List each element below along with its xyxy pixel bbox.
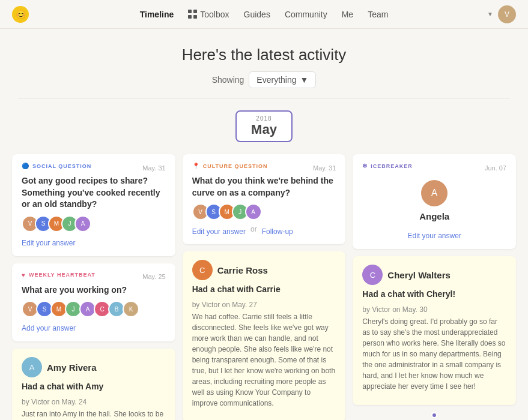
chat-by: by Victor on May. 24 [22,398,166,406]
heartbeat-icon: ♥ [22,272,26,278]
dropdown-chevron-icon: ▼ [300,75,309,85]
icebreaker-icon: ❄ [362,163,368,169]
connector-dot [431,412,437,418]
avatars-row: V S M J A [22,215,166,232]
page-header: Here's the latest activity Showing Every… [0,29,528,98]
timeline-area: 2018 May 🔵 SOCIAL QUESTION May. 31 Got a… [0,98,528,420]
card-tag: 🔵 SOCIAL QUESTION [22,163,91,169]
card-heartbeat: ♥ WEEKLY HEARTBEAT May. 25 What are you … [12,263,175,342]
chat-by: by Victor on May. 27 [192,301,336,309]
card-carrie-chat: C Carrie Ross Had a chat with Carrie by … [183,251,346,420]
card-title: Got any good recipes to share? Something… [22,175,166,211]
card-amy-chat: A Amy Rivera Had a chat with Amy by Vict… [12,349,175,420]
nav-guides[interactable]: Guides [244,10,270,19]
avatar[interactable]: V [498,5,516,23]
nav-right: ▼ V [487,5,516,23]
avatar: K [123,301,139,317]
person-name: Angela [362,211,506,221]
card-tag: ❄ ICEBREAKER [362,163,413,169]
column-1: 🔵 SOCIAL QUESTION May. 31 Got any good r… [12,154,175,420]
avatar: A [245,203,262,220]
year-label: 2018 [251,115,277,122]
nav-me[interactable]: Me [342,10,353,19]
person-row: A Amy Rivera [22,357,166,377]
add-answer-link[interactable]: Add your answer [22,324,76,332]
person-row: C Cheryl Walters [362,265,506,285]
nav-team[interactable]: Team [368,10,388,19]
chat-body: We had coffee. Carrie still feels a litt… [192,311,336,409]
card-date: May. 25 [142,273,165,280]
avatar: A [74,215,91,232]
card-culture-question-1: 📍 CULTURE QUESTION May. 31 What do you t… [183,154,346,244]
logo: 😊 [12,6,29,23]
chat-title: Had a chat with Cheryl! [362,289,506,301]
month-name: May [251,122,277,137]
edit-answer-link[interactable]: Edit your answer [407,232,461,240]
card-title: What are you working on? [22,284,166,296]
chat-body: Just ran into Amy in the hall. She looks… [22,409,166,420]
column-3: ❄ ICEBREAKER Jun. 07 A Angela Edit your … [353,154,516,420]
month-label-wrapper: 2018 May [12,110,516,142]
tag-label: ICEBREAKER [371,163,413,169]
card-social-question-1: 🔵 SOCIAL QUESTION May. 31 Got any good r… [12,154,175,256]
filter-dropdown[interactable]: Everything ▼ [249,71,316,88]
person-avatar: C [192,260,213,280]
chat-title: Had a chat with Amy [22,381,166,393]
person-row: C Carrie Ross [192,260,336,280]
page-title: Here's the latest activity [12,46,516,64]
showing-label: Showing [212,75,244,85]
social-icon: 🔵 [22,163,29,169]
tag-label: WEEKLY HEARTBEAT [29,272,96,278]
person-name: Carrie Ross [217,265,268,275]
nav-chevron-icon: ▼ [487,11,493,17]
avatars-group: V S M J A C B K [22,301,166,317]
person-avatar: A [22,357,42,377]
nav-toolbox[interactable]: Toolbox [200,10,229,19]
tag-label: CULTURE QUESTION [203,163,268,169]
action-group: Edit your answer or Follow-up [192,225,336,236]
toolbox-icon [188,10,198,19]
chat-by: by Victor on May. 30 [362,305,506,314]
card-date: Jun. 07 [485,164,506,172]
navbar: 😊 Timeline Toolbox Guides Community Me T… [0,0,528,29]
person-avatar: C [362,265,383,285]
or-text: or [250,225,257,236]
card-tag: ♥ WEEKLY HEARTBEAT [22,272,96,278]
card-cheryl-chat: C Cheryl Walters Had a chat with Cheryl!… [353,256,516,405]
card-title: What do you think we're behind the curve… [192,175,336,199]
person-name: Cheryl Walters [387,270,450,280]
showing-row: Showing Everything ▼ [12,71,516,88]
column-2: 📍 CULTURE QUESTION May. 31 What do you t… [183,154,346,420]
columns: 🔵 SOCIAL QUESTION May. 31 Got any good r… [12,154,516,420]
culture-icon: 📍 [192,163,200,169]
person-name: Amy Rivera [47,362,97,373]
chat-title: Had a chat with Carrie [192,284,336,296]
person-center: A Angela [362,175,506,226]
follow-up-link[interactable]: Follow-up [262,227,293,236]
nav-community[interactable]: Community [285,10,327,19]
nav-links: Timeline Toolbox Guides Community Me Tea… [41,10,487,19]
nav-timeline[interactable]: Timeline [140,10,174,19]
card-date: May. 31 [313,164,336,172]
card-date: May. 31 [142,164,165,172]
edit-answer-link[interactable]: Edit your answer [22,239,75,247]
tag-label: SOCIAL QUESTION [32,163,91,169]
connector [353,412,516,418]
card-icebreaker: ❄ ICEBREAKER Jun. 07 A Angela Edit your … [353,154,516,249]
chat-body: Cheryl's doing great. I'd probably go so… [362,316,506,392]
edit-answer-link[interactable]: Edit your answer [192,227,246,236]
card-tag: 📍 CULTURE QUESTION [192,163,268,169]
avatars-row: V S M J A [192,203,336,220]
filter-value: Everything [256,75,296,85]
person-avatar: A [421,180,448,206]
month-label: 2018 May [235,110,293,142]
